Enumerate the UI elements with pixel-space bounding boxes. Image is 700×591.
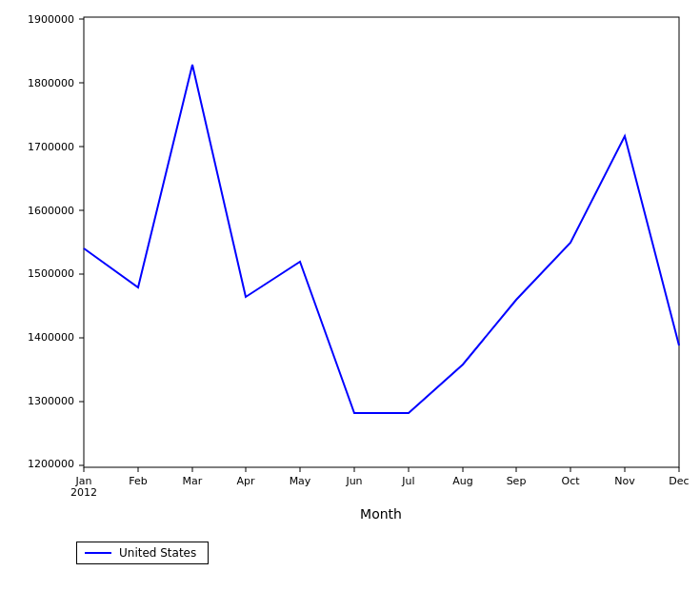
y-tick-1300000: 1300000 <box>28 395 74 407</box>
x-tick-mar: Mar <box>183 475 203 487</box>
y-tick-1600000: 1600000 <box>28 205 74 217</box>
x-tick-feb: Feb <box>129 475 147 487</box>
legend-line <box>85 552 111 554</box>
data-line <box>84 65 679 413</box>
legend-label: United States <box>119 546 196 560</box>
x-tick-2012: 2012 <box>70 486 97 499</box>
legend: United States <box>76 542 209 564</box>
x-tick-jul: Jul <box>401 475 414 487</box>
y-tick-1700000: 1700000 <box>28 141 74 153</box>
x-tick-oct: Oct <box>561 475 580 487</box>
y-tick-1500000: 1500000 <box>28 267 74 280</box>
x-tick-apr: Apr <box>236 475 255 487</box>
y-tick-1900000: 1900000 <box>28 13 74 26</box>
x-tick-nov: Nov <box>614 475 635 487</box>
y-tick-1200000: 1200000 <box>28 458 74 470</box>
y-tick-1400000: 1400000 <box>28 331 74 344</box>
x-tick-dec: Dec <box>669 475 689 487</box>
chart-container: 1900000 1800000 1700000 1600000 1500000 … <box>0 0 700 591</box>
x-axis-label: Month <box>360 506 402 522</box>
svg-rect-8 <box>84 17 679 467</box>
chart-svg: 1900000 1800000 1700000 1600000 1500000 … <box>0 0 700 591</box>
x-tick-may: May <box>290 475 311 487</box>
x-tick-jun: Jun <box>345 475 362 487</box>
x-tick-aug: Aug <box>452 475 472 487</box>
x-tick-sep: Sep <box>507 475 527 487</box>
y-tick-1800000: 1800000 <box>28 77 74 89</box>
